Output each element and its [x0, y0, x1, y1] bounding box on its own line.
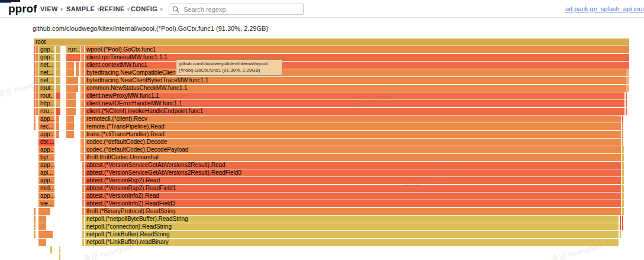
- flame-frame[interactable]: client.newProxyMW.func1.1: [85, 92, 623, 99]
- flame-cell[interactable]: [66, 77, 78, 84]
- flame-cell[interactable]: gop...: [38, 46, 54, 53]
- flame-cell[interactable]: [34, 54, 36, 61]
- flame-cell[interactable]: [80, 85, 82, 92]
- flame-cell[interactable]: [82, 208, 84, 215]
- flame-cell[interactable]: rec...: [38, 123, 54, 130]
- flame-cell[interactable]: [622, 139, 623, 146]
- menu-refine[interactable]: REFINE▾: [99, 5, 130, 12]
- flame-cell[interactable]: [622, 223, 623, 230]
- flame-cell[interactable]: [36, 69, 38, 76]
- flame-cell[interactable]: [66, 100, 76, 107]
- flame-cell[interactable]: [622, 208, 624, 215]
- flame-cell[interactable]: [56, 131, 59, 138]
- flame-cell[interactable]: [82, 231, 84, 238]
- flame-frame[interactable]: netpoll.(*netpollByteBuffer).ReadString: [85, 216, 619, 223]
- flame-cell[interactable]: gop...: [38, 54, 54, 61]
- flame-cell[interactable]: [82, 216, 84, 223]
- flame-cell[interactable]: [82, 123, 84, 130]
- flame-cell[interactable]: app...: [38, 115, 54, 123]
- flame-cell[interactable]: [82, 185, 84, 192]
- flame-cell[interactable]: [66, 123, 74, 130]
- flame-cell[interactable]: [82, 108, 84, 115]
- flame-frame[interactable]: client.contextMW.func1: [85, 62, 629, 69]
- flame-cell[interactable]: [36, 85, 38, 92]
- flame-cell[interactable]: [80, 146, 82, 153]
- flame-cell[interactable]: [56, 85, 60, 92]
- flame-frame[interactable]: remotecli.(*client).Recv: [85, 115, 621, 123]
- flame-frame[interactable]: abtest.(*VersionInfo2).Read: [85, 192, 621, 200]
- flame-cell[interactable]: [82, 177, 84, 184]
- profile-link[interactable]: ad.pack.go_splash_api inuse_sp: [565, 5, 644, 12]
- flame-cell[interactable]: net...: [38, 62, 54, 69]
- menu-config[interactable]: CONFIG▾: [131, 5, 163, 12]
- flame-cell[interactable]: [622, 200, 624, 207]
- flame-cell[interactable]: [80, 54, 82, 61]
- flame-cell[interactable]: [623, 92, 624, 99]
- flame-cell[interactable]: net...: [38, 77, 54, 84]
- flame-cell[interactable]: [82, 69, 84, 76]
- flame-cell[interactable]: app...: [38, 192, 54, 200]
- flame-cell[interactable]: [82, 192, 84, 200]
- flame-frame[interactable]: netpoll.(*connection).ReadString: [85, 223, 619, 230]
- flame-frame[interactable]: netpoll.(*LinkBuffer).readBinary: [85, 239, 619, 246]
- flame-cell[interactable]: [626, 69, 629, 76]
- flame-cell[interactable]: [620, 231, 621, 238]
- flame-cell[interactable]: [38, 208, 50, 215]
- flame-frame[interactable]: remote.(*TransPipeline).Read: [85, 123, 621, 130]
- flame-frame[interactable]: client.(*kClient).invokeHandleEndpoint.f…: [85, 108, 623, 115]
- menu-view[interactable]: VIEW▾: [40, 5, 63, 12]
- flame-cell[interactable]: [56, 77, 60, 84]
- flame-cell[interactable]: [34, 223, 36, 230]
- flame-cell[interactable]: [80, 108, 82, 115]
- flame-cell[interactable]: [56, 123, 59, 130]
- flame-cell[interactable]: [82, 146, 84, 153]
- flame-frame[interactable]: abtest.(*VersionServiceGetAbVersions2Res…: [85, 169, 621, 176]
- flame-cell[interactable]: [623, 100, 624, 107]
- flame-cell[interactable]: byt...: [38, 154, 54, 161]
- flame-cell[interactable]: [56, 62, 60, 69]
- flame-cell[interactable]: [34, 216, 36, 223]
- flame-frame[interactable]: codec.(*defaultCodec).DecodePayload: [85, 146, 621, 153]
- flame-cell[interactable]: [82, 46, 84, 53]
- flame-cell[interactable]: [622, 169, 624, 176]
- flame-cell[interactable]: [82, 92, 84, 99]
- flame-cell[interactable]: [80, 131, 82, 138]
- flame-cell[interactable]: [82, 162, 84, 169]
- flame-cell[interactable]: [82, 200, 84, 207]
- flame-cell[interactable]: [622, 154, 624, 161]
- flame-cell[interactable]: [622, 192, 624, 200]
- flame-cell[interactable]: [56, 46, 60, 53]
- flame-cell[interactable]: [622, 131, 623, 138]
- flame-cell[interactable]: [80, 115, 82, 123]
- flame-cell[interactable]: [34, 208, 36, 215]
- flame-cell[interactable]: [622, 177, 624, 184]
- flame-cell[interactable]: [36, 100, 38, 107]
- flame-cell[interactable]: [34, 62, 36, 69]
- flame-cell[interactable]: [36, 108, 38, 115]
- flame-cell[interactable]: app...: [38, 162, 54, 169]
- flame-cell[interactable]: [622, 115, 623, 123]
- flame-frame[interactable]: client.rpcTimeoutMW.func1.1.1: [85, 54, 629, 61]
- flame-cell[interactable]: [34, 231, 36, 238]
- flame-frame[interactable]: abtest.(*VersionServiceGetAbVersions2Res…: [85, 162, 621, 169]
- flame-cell[interactable]: [66, 54, 80, 61]
- flame-cell[interactable]: [34, 92, 36, 99]
- flame-cell[interactable]: app...: [38, 131, 54, 138]
- flame-cell[interactable]: [626, 100, 627, 107]
- flame-cell[interactable]: [82, 77, 84, 84]
- flame-cell[interactable]: [34, 46, 36, 53]
- flame-cell[interactable]: [36, 92, 38, 99]
- flame-cell[interactable]: [38, 216, 46, 223]
- flame-cell[interactable]: [38, 223, 46, 230]
- flame-cell[interactable]: vie...: [38, 200, 54, 207]
- flame-cell[interactable]: [626, 85, 629, 92]
- flame-cell[interactable]: [82, 131, 84, 138]
- flame-cell[interactable]: [66, 69, 74, 76]
- flame-frame[interactable]: netpoll.(*LinkBuffer).ReadString: [85, 231, 619, 238]
- flame-cell[interactable]: [36, 46, 38, 53]
- flame-cell[interactable]: [56, 100, 60, 107]
- flame-root[interactable]: root: [34, 38, 629, 46]
- flame-cell[interactable]: [76, 62, 79, 69]
- flame-cell[interactable]: [622, 146, 624, 153]
- flame-cell[interactable]: [80, 77, 82, 84]
